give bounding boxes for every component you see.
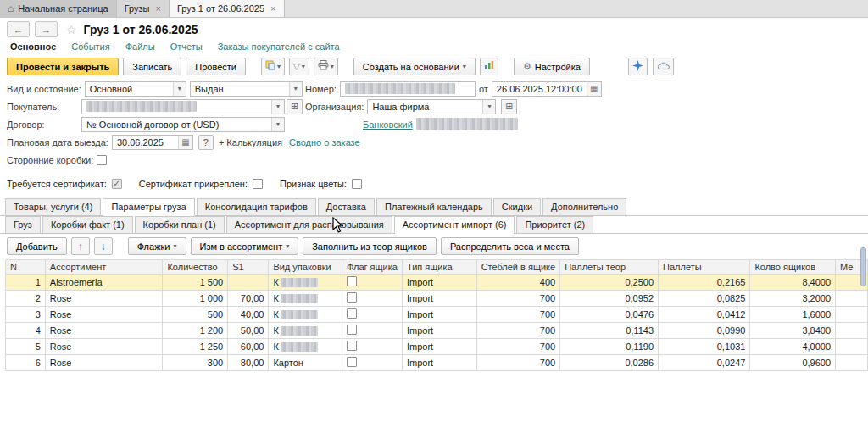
chevron-down-icon[interactable]: ▾ — [482, 100, 495, 114]
move-down-button[interactable]: ↓ — [94, 237, 113, 255]
cell-flag[interactable] — [342, 275, 403, 291]
box-flag-checkbox[interactable] — [347, 357, 357, 367]
column-header[interactable]: Количество — [163, 260, 228, 275]
nav-link-reports[interactable]: Отчеты — [170, 42, 203, 52]
cert-attached-checkbox[interactable] — [253, 179, 263, 189]
column-header[interactable]: Вид упаковки — [269, 260, 342, 275]
cell-pallets[interactable]: 0,0247 — [659, 355, 750, 371]
column-header[interactable]: Колво ящиков — [750, 260, 836, 275]
cell-stems[interactable]: 400 — [476, 275, 560, 291]
change-assortment-dropdown-button[interactable]: Изм в ассортимент ▾ — [191, 237, 299, 255]
report-button[interactable] — [480, 58, 498, 75]
close-icon[interactable]: × — [155, 3, 160, 14]
cell-box_type[interactable]: Import — [402, 307, 476, 323]
open-button[interactable]: ⊞ — [501, 99, 517, 114]
cell-stems[interactable]: 700 — [476, 339, 560, 355]
cell-qty[interactable]: 300 — [163, 355, 228, 371]
cell-pallets_theor[interactable]: 0,0952 — [560, 291, 659, 307]
box-flag-checkbox[interactable] — [347, 276, 357, 286]
cell-flag[interactable] — [342, 307, 403, 323]
cell-assortment[interactable]: Rose — [45, 307, 163, 323]
tab-boxes-plan[interactable]: Коробки план (1) — [135, 216, 225, 233]
number-input[interactable] — [340, 81, 476, 97]
cell-pack[interactable]: К — [269, 339, 342, 355]
cell-s1[interactable]: 60,00 — [228, 339, 269, 355]
cell-n[interactable]: 3 — [6, 307, 46, 323]
cell-pallets_theor[interactable]: 0,1190 — [560, 339, 659, 355]
help-button[interactable]: ? — [198, 135, 214, 150]
chevron-down-icon[interactable]: ▾ — [289, 82, 302, 96]
cell-pack[interactable]: К — [269, 275, 342, 291]
column-header[interactable]: Паллеты — [659, 260, 750, 275]
order-summary-link[interactable]: Сводно о заказе — [289, 137, 360, 147]
cell-qty[interactable]: 1 000 — [163, 291, 228, 307]
favorite-star-icon[interactable]: ☆ — [66, 23, 77, 36]
cell-flag[interactable] — [342, 339, 403, 355]
cell-pallets_theor[interactable]: 0,0476 — [560, 307, 659, 323]
cell-n[interactable]: 4 — [6, 323, 46, 339]
cell-assortment[interactable]: Rose — [45, 355, 163, 371]
cell-s1[interactable]: 80,00 — [228, 355, 269, 371]
cell-pallets_theor[interactable]: 0,1143 — [560, 323, 659, 339]
cell-me[interactable] — [836, 355, 868, 371]
cell-box_type[interactable]: Import — [402, 323, 476, 339]
copy-dropdown-button[interactable]: ▾ — [261, 58, 285, 75]
box-flag-checkbox[interactable] — [347, 308, 357, 319]
column-header[interactable]: N — [6, 260, 46, 275]
tab-payment-calendar[interactable]: Платежный календарь — [376, 198, 492, 215]
chevron-down-icon[interactable]: ▾ — [173, 82, 186, 96]
back-button[interactable]: ← — [7, 21, 30, 37]
distribute-weights-button[interactable]: Распределить веса и места — [441, 237, 579, 255]
tab-discounts[interactable]: Скидки — [493, 198, 541, 215]
cell-n[interactable]: 2 — [6, 291, 46, 307]
cell-n[interactable]: 1 — [6, 275, 46, 291]
calculation-label[interactable]: + Калькуляция — [219, 137, 282, 147]
cell-box_type[interactable]: Import — [402, 355, 476, 371]
buyer-input[interactable]: ▾ — [81, 99, 285, 114]
cell-qty[interactable]: 500 — [163, 307, 228, 323]
cell-pack[interactable]: К — [269, 323, 342, 339]
cell-me[interactable] — [836, 339, 868, 355]
cell-s1[interactable]: 40,00 — [228, 307, 269, 323]
nav-link-site-orders[interactable]: Заказы покупателей с сайта — [218, 42, 340, 52]
state-combo[interactable]: Выдан ▾ — [190, 81, 303, 97]
create-based-on-button[interactable]: Создать на основании ▾ — [353, 58, 476, 75]
datetime-input[interactable]: 26.06.2025 12:00:00 ▦ — [492, 81, 602, 97]
cell-boxes[interactable]: 4,0000 — [750, 339, 836, 355]
post-button[interactable]: Провести — [186, 58, 246, 75]
cell-pack[interactable]: Картон — [269, 355, 342, 371]
table-row[interactable]: 6Rose30080,00КартонImport7000,02860,0247… — [6, 355, 868, 371]
box-flag-checkbox[interactable] — [347, 341, 357, 351]
cell-boxes[interactable]: 3,2000 — [750, 291, 836, 307]
vertical-scrollbar[interactable] — [860, 247, 866, 286]
cell-flag[interactable] — [342, 323, 403, 339]
cell-me[interactable] — [836, 323, 868, 339]
calendar-icon[interactable]: ▦ — [178, 136, 192, 149]
box-flag-checkbox[interactable] — [347, 292, 357, 303]
cell-pallets[interactable]: 0,0990 — [659, 323, 750, 339]
cert-required-checkbox[interactable] — [112, 179, 122, 189]
cell-n[interactable]: 6 — [6, 355, 46, 371]
cell-boxes[interactable]: 8,4000 — [750, 275, 836, 291]
contract-combo[interactable]: № Основной договор от (USD) ▾ — [81, 117, 285, 132]
column-header[interactable]: S1 — [228, 260, 269, 275]
cell-pallets_theor[interactable]: 0,2500 — [560, 275, 659, 291]
filter-dropdown-button[interactable]: ▽ ▾ — [289, 58, 309, 75]
table-row[interactable]: 3Rose50040,00КImport7000,04760,04121,600… — [6, 307, 868, 323]
column-header[interactable]: Паллеты теор — [560, 260, 659, 275]
cell-pallets[interactable]: 0,0825 — [659, 291, 750, 307]
cell-boxes[interactable]: 0,9600 — [750, 355, 836, 371]
open-button[interactable]: ⊞ — [287, 99, 303, 114]
cell-pallets[interactable]: 0,2165 — [659, 275, 750, 291]
tab-priority[interactable]: Приоритет (2) — [516, 216, 593, 233]
cell-s1[interactable]: 50,00 — [228, 323, 269, 339]
tab-cargo-params[interactable]: Параметры груза — [103, 198, 194, 216]
column-header[interactable]: Стеблей в ящике — [476, 260, 560, 275]
chevron-down-icon[interactable]: ▾ — [271, 100, 284, 114]
settings-button[interactable]: ⚙ Настройка — [514, 58, 590, 75]
column-header[interactable]: Флаг ящика — [342, 260, 403, 275]
cell-assortment[interactable]: Rose — [45, 323, 163, 339]
post-and-close-button[interactable]: Провести и закрыть — [7, 58, 119, 75]
calendar-icon[interactable]: ▦ — [587, 82, 601, 96]
tab-boxes-fact[interactable]: Коробки факт (1) — [42, 216, 133, 233]
